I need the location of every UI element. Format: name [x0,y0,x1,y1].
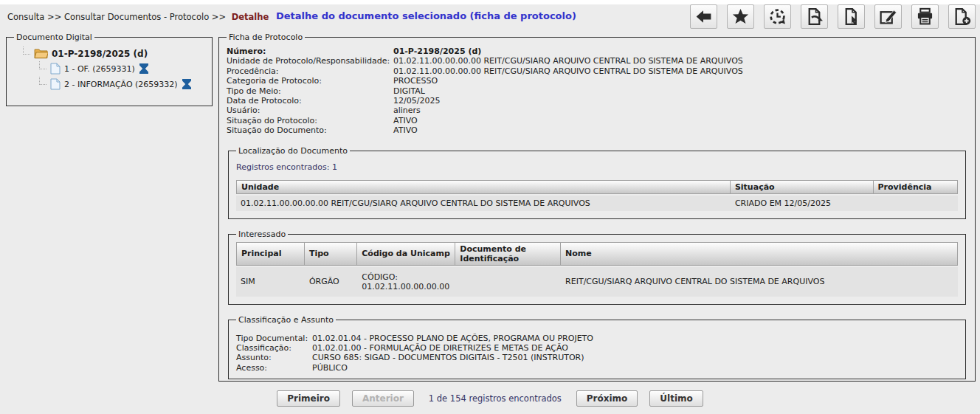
cell-codigo: CÓDIGO: 01.02.11.00.00.00.00 [357,267,455,297]
forward-document-button[interactable] [801,4,828,29]
codigo-label: CÓDIGO: [362,272,451,282]
document-digital-legend: Documento Digital [14,32,94,42]
breadcrumb-path: Consulta >> Consultar Documentos - Proto… [7,12,226,22]
column-header-unidade: Unidade [236,180,731,194]
pagination-bar: Primeiro Anterior 1 de 154 registros enc… [0,390,980,407]
field-value: 01.02.01.04 - PROCESSO PLANO DE AÇÕES, P… [312,334,958,343]
tree-item-label: 1 - OF. (2659331) [64,64,135,74]
field-label: Data de Protocolo: [227,96,393,106]
column-header-documento: Documento de Identificação [455,242,561,266]
first-button[interactable]: Primeiro [277,390,340,407]
document-add-icon [953,7,971,26]
column-header-principal: Principal [236,242,305,266]
page-title: Detalhe do documento selecionado (ficha … [276,10,576,21]
document-location-panel: Localização do Documento Registros encon… [228,146,966,219]
interested-party-panel: Interessado Principal Tipo Código da Uni… [228,230,966,305]
cell-unidade: 01.02.11.00.00.00.00 REIT/CGU/SIARQ ARQU… [236,196,731,211]
field-label: Categoria de Protocolo: [227,76,393,86]
hourglass-icon [139,63,149,75]
field-value: 01.02.11.00.00.00.00 REIT/CGU/SIARQ ARQU… [393,66,967,76]
field-label: Assunto: [236,353,312,362]
column-header-tipo: Tipo [305,242,357,266]
document-location-legend: Localização do Documento [236,146,350,156]
header: Consulta >> Consultar Documentos - Proto… [0,4,980,32]
tree-root-folder[interactable]: 01-P-2198/2025 (d) [23,48,204,59]
classification-panel: Classificação e Assunto Tipo Documental:… [228,315,966,380]
document-digital-panel: Documento Digital 01-P-2198/2025 (d) 1 -… [6,32,213,106]
location-table: Unidade Situação Providência 01.02.11.00… [236,179,958,213]
field-label: Procedência: [227,66,393,76]
cell-providencia [874,196,958,211]
select-document-button[interactable] [838,4,865,29]
column-header-nome: Nome [561,242,958,266]
cell-nome: REIT/CGU/SIARQ ARQUIVO CENTRAL DO SISTEM… [561,267,958,297]
field-value: PÚBLICO [312,363,958,373]
codigo-value: 01.02.11.00.00.00.00 [362,282,451,291]
edit-document-button[interactable] [874,4,902,29]
tree-root-label: 01-P-2198/2025 (d) [52,49,148,59]
field-label: Tipo de Meio: [227,86,393,96]
column-header-situacao: Situação [731,180,874,194]
tree-connector [39,77,46,85]
history-clock-icon [768,7,787,26]
protocol-card-panel: Ficha de Protocolo Número:01-P-2198/2025… [218,32,976,382]
breadcrumb-current: Detalhe [232,12,269,22]
field-value: ATIVO [393,116,967,125]
column-header-providencia: Providência [874,180,958,194]
favorite-button[interactable] [727,4,754,29]
field-label: Acesso: [236,363,312,373]
field-value: 01-P-2198/2025 (d) [393,46,967,56]
field-label: Situação do Documento: [227,125,393,135]
pagination-status: 1 de 154 registros encontrados [429,393,562,404]
interested-party-legend: Interessado [236,230,288,239]
history-button[interactable] [764,4,791,29]
table-row: 01.02.11.00.00.00.00 REIT/CGU/SIARQ ARQU… [236,196,958,211]
previous-button[interactable]: Anterior [352,390,414,407]
new-document-button[interactable] [948,4,976,29]
tree-item-label: 2 - INFORMAÇÃO (2659332) [64,80,178,89]
print-button[interactable] [911,4,939,29]
star-icon [731,7,750,26]
cell-situacao: CRIADO EM 12/05/2025 [731,196,874,211]
tree-item-2[interactable]: 2 - INFORMAÇÃO (2659332) [39,78,204,90]
field-value: aliners [393,106,967,115]
field-label: Unidade de Protocolo/Responsabilidade: [227,56,393,66]
field-value: 12/05/2025 [393,96,967,106]
field-value: 01.02.11.00.00.00.00 REIT/CGU/SIARQ ARQU… [393,56,967,66]
cell-tipo: ÓRGÃO [305,267,357,297]
next-button[interactable]: Próximo [576,390,638,407]
field-label: Situação do Protocolo: [227,116,393,125]
document-forward-icon [805,7,824,26]
cell-documento [455,267,561,297]
tree-connector [39,61,46,69]
printer-icon [916,7,934,26]
tree-connector [23,46,30,55]
edit-pencil-icon [879,7,897,26]
field-label: Classificação: [236,343,312,353]
field-value: PROCESSO [393,76,967,86]
back-arrow-icon [694,7,713,26]
document-cursor-icon [842,7,860,26]
column-header-codigo: Código da Unicamp [357,242,455,266]
interested-table: Principal Tipo Código da Unicamp Documen… [236,241,958,298]
field-value: ATIVO [393,125,967,135]
breadcrumb: Consulta >> Consultar Documentos - Proto… [7,12,269,22]
hourglass-icon [182,78,192,90]
last-button[interactable]: Último [649,390,703,407]
records-found-text: Registros encontrados: 1 [236,162,958,172]
protocol-card-legend: Ficha de Protocolo [227,32,305,42]
field-value: 01.02.01.00 - FORMULAÇÃO DE DIRETRIZES E… [312,343,958,353]
document-icon [50,78,61,90]
field-value: CURSO 685: SIGAD - DOCUMENTOS DIGITAIS -… [312,353,958,362]
folder-icon [34,48,48,59]
field-label: Usuário: [227,106,393,115]
classification-legend: Classificação e Assunto [236,315,336,325]
field-value: DIGITAL [393,86,967,96]
toolbar [690,4,976,29]
cell-principal: SIM [236,267,305,297]
tree-item-1[interactable]: 1 - OF. (2659331) [39,63,204,75]
back-button[interactable] [690,4,717,29]
table-row: SIM ÓRGÃO CÓDIGO: 01.02.11.00.00.00.00 R… [236,267,958,297]
field-label: Número: [227,46,393,56]
field-label: Tipo Documental: [236,334,312,343]
